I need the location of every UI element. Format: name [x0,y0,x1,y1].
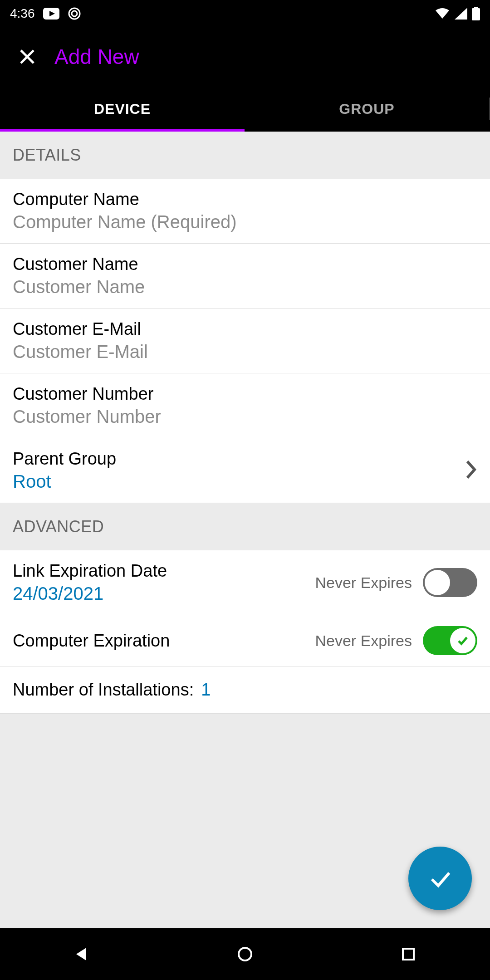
tab-group-label: GROUP [339,101,394,118]
page-title: Add New [54,44,139,69]
computer-name-input[interactable] [13,212,477,232]
row-computer-name[interactable]: Computer Name [0,179,490,244]
computer-name-label: Computer Name [13,190,477,209]
customer-number-label: Customer Number [13,384,477,404]
customer-email-label: Customer E-Mail [13,319,477,339]
row-customer-email[interactable]: Customer E-Mail [0,309,490,373]
row-customer-name[interactable]: Customer Name [0,244,490,309]
svg-rect-11 [403,949,414,960]
triangle-back-icon [73,945,91,963]
section-header-advanced: ADVANCED [0,503,490,550]
wifi-icon [435,8,450,20]
android-nav-bar [0,928,490,980]
cell-signal-icon [455,8,467,20]
svg-rect-6 [472,8,480,20]
svg-point-3 [72,11,77,16]
computer-expiration-toggle[interactable] [423,626,477,655]
svg-point-2 [69,8,80,19]
customer-email-input[interactable] [13,342,477,362]
close-icon [18,48,36,66]
tab-device-label: DEVICE [94,101,151,118]
row-computer-expiration: Computer Expiration Never Expires [0,615,490,666]
status-bar: 4:36 [0,0,490,27]
status-time: 4:36 [10,6,35,21]
square-recents-icon [399,945,417,963]
row-customer-number[interactable]: Customer Number [0,373,490,438]
battery-icon [472,7,480,20]
chevron-right-icon [465,460,477,481]
customer-name-input[interactable] [13,277,477,297]
toggle-knob [425,570,450,595]
tab-device[interactable]: DEVICE [0,86,245,132]
row-link-expiration: Link Expiration Date 24/03/2021 Never Ex… [0,550,490,615]
check-icon [456,634,470,647]
link-expiration-toggle[interactable] [423,568,477,597]
close-button[interactable] [14,43,41,70]
confirm-fab[interactable] [408,847,472,910]
parent-group-label: Parent Group [13,449,465,469]
status-right [435,7,480,20]
header: Add New [0,27,490,86]
content: DETAILS Computer Name Customer Name Cust… [0,132,490,928]
parent-group-value: Root [13,471,465,492]
status-left: 4:36 [10,6,81,21]
computer-expiration-never-label: Never Expires [315,632,412,650]
svg-rect-5 [474,7,478,8]
row-installations[interactable]: Number of Installations: 1 [0,666,490,714]
nav-home-button[interactable] [229,938,261,970]
customer-number-input[interactable] [13,407,477,427]
link-expiration-value[interactable]: 24/03/2021 [13,583,315,604]
svg-point-10 [239,948,251,960]
circle-home-icon [236,945,254,963]
tab-group[interactable]: GROUP [245,86,489,132]
installations-label: Number of Installations: [13,680,194,700]
check-icon [426,865,454,892]
circle-slash-icon [68,7,81,20]
svg-marker-9 [76,948,86,960]
section-header-details: DETAILS [0,132,490,179]
youtube-icon [43,8,59,20]
tab-bar: DEVICE GROUP [0,86,490,132]
link-expiration-never-label: Never Expires [315,574,412,592]
svg-marker-4 [455,8,467,20]
installations-value: 1 [201,680,211,700]
toggle-knob [450,628,475,653]
nav-recents-button[interactable] [392,938,425,970]
computer-expiration-label: Computer Expiration [13,631,315,651]
nav-back-button[interactable] [65,938,98,970]
link-expiration-label: Link Expiration Date [13,561,315,581]
row-parent-group[interactable]: Parent Group Root [0,438,490,503]
customer-name-label: Customer Name [13,255,477,274]
